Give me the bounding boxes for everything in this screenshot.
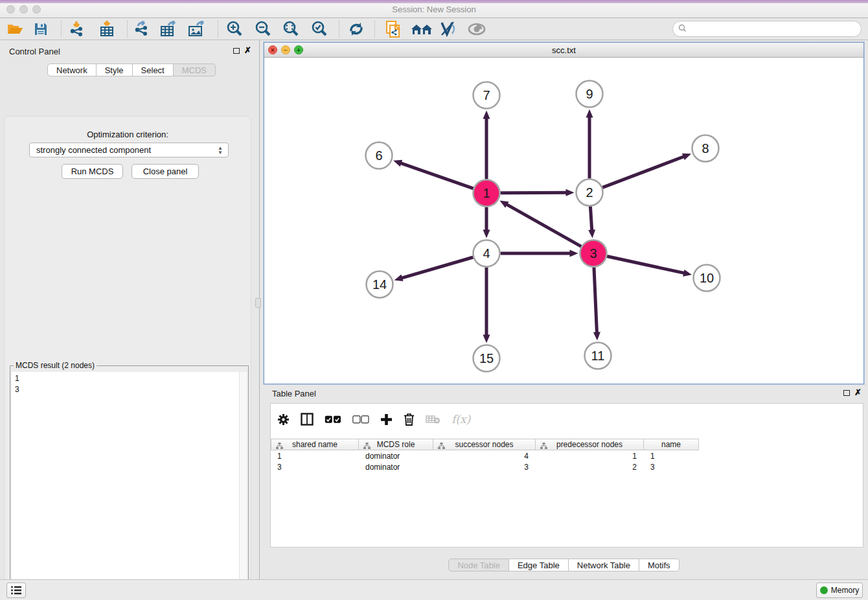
table-tab-edge-table[interactable]: Edge Table <box>509 559 569 571</box>
split-panel-icon[interactable] <box>301 413 314 426</box>
column-header-name[interactable]: name <box>644 439 699 450</box>
result-scrollbar[interactable] <box>239 372 247 600</box>
tab-mcds[interactable]: MCDS <box>174 63 216 76</box>
column-label: name <box>661 440 681 449</box>
cell-predecessor-nodes[interactable]: 1 <box>536 450 645 461</box>
table-tab-motifs[interactable]: Motifs <box>639 559 680 571</box>
edge-arrowhead <box>483 230 490 238</box>
apply-layout-icon[interactable] <box>347 20 366 38</box>
network-window-title: scc.txt <box>264 45 863 55</box>
memory-button[interactable]: Memory <box>816 583 863 598</box>
float-panel-icon[interactable] <box>233 48 240 54</box>
network-graph-canvas[interactable]: 7968124314101511 <box>264 58 863 384</box>
table-tab-network-table[interactable]: Network Table <box>569 559 639 571</box>
export-network-icon[interactable] <box>132 20 152 38</box>
column-label: predecessor nodes <box>556 440 622 449</box>
criterion-dropdown[interactable]: strongly connected component ▲▼ <box>29 143 229 157</box>
edge-arrowhead <box>393 160 402 167</box>
export-table-icon[interactable] <box>159 20 179 38</box>
zoom-out-icon[interactable] <box>253 20 273 38</box>
memory-status-dot <box>820 586 828 594</box>
table-float-icon[interactable] <box>843 390 850 396</box>
edge-3-11[interactable] <box>594 267 597 333</box>
apply-function-icon[interactable]: f(x) <box>451 413 470 426</box>
toolbar-separator <box>218 21 218 38</box>
edge-3-1[interactable] <box>506 204 581 247</box>
zoom-in-icon[interactable] <box>225 20 244 38</box>
table-close-icon[interactable]: ✗ <box>854 389 862 396</box>
node-label-4: 4 <box>483 246 490 260</box>
cell-successor-nodes[interactable]: 4 <box>434 450 536 461</box>
annotations-icon[interactable] <box>383 20 403 38</box>
column-type-icon <box>276 442 283 451</box>
import-network-icon[interactable] <box>67 20 87 38</box>
node-label-6: 6 <box>375 148 382 163</box>
status-bar: Memory <box>0 579 868 600</box>
hide-selected-icon[interactable] <box>439 20 458 38</box>
node-label-10: 10 <box>700 271 714 285</box>
column-header-predecessor-nodes[interactable]: predecessor nodes <box>536 439 644 450</box>
cell-shared-name[interactable]: 1 <box>271 450 360 461</box>
zoom-selected-icon[interactable] <box>310 20 329 38</box>
mcds-tab-content: Optimization criterion: strongly connect… <box>4 116 251 600</box>
cell-predecessor-nodes[interactable]: 2 <box>536 461 645 472</box>
cell-MCDS-role[interactable]: dominator <box>360 461 434 472</box>
close-panel-icon[interactable]: ✗ <box>244 47 251 54</box>
run-mcds-button[interactable]: Run MCDS <box>62 164 123 179</box>
list-icon <box>10 585 22 595</box>
table-panel-title: Table Panel <box>272 389 316 398</box>
edge-arrowhead <box>394 275 404 282</box>
column-type-icon <box>540 442 547 451</box>
toolbar-separator <box>374 21 375 38</box>
task-history-button[interactable] <box>6 583 26 598</box>
search-field[interactable] <box>672 21 862 37</box>
zoom-fit-icon[interactable] <box>281 20 301 38</box>
cell-successor-nodes[interactable]: 3 <box>434 461 536 472</box>
table-settings-icon[interactable] <box>277 413 290 426</box>
edge-3-10[interactable] <box>607 257 685 273</box>
tab-network[interactable]: Network <box>47 63 97 76</box>
cell-name[interactable]: 1 <box>645 450 700 461</box>
add-column-icon[interactable] <box>380 413 393 426</box>
table-header-row: shared nameMCDS rolesuccessor nodesprede… <box>271 439 699 450</box>
tab-style[interactable]: Style <box>97 63 133 76</box>
delete-table-icon[interactable] <box>426 415 440 424</box>
column-header-successor-nodes[interactable]: successor nodes <box>433 439 536 450</box>
deselect-all-columns-icon[interactable] <box>352 415 369 424</box>
main-titlebar: Session: New Session <box>0 0 868 18</box>
show-all-icon[interactable] <box>467 20 486 38</box>
close-panel-button[interactable]: Close panel <box>131 164 199 179</box>
edge-1-2[interactable] <box>500 192 567 193</box>
network-window-titlebar: × − + scc.txt <box>264 43 863 58</box>
edge-2-3[interactable] <box>590 206 591 231</box>
tab-select[interactable]: Select <box>133 63 174 76</box>
edge-1-6[interactable] <box>400 163 474 189</box>
column-header-MCDS-role[interactable]: MCDS role <box>359 439 433 450</box>
export-image-icon[interactable] <box>187 20 207 38</box>
save-session-icon[interactable] <box>31 20 51 38</box>
cell-shared-name[interactable]: 3 <box>271 461 360 472</box>
node-label-14: 14 <box>372 277 387 292</box>
column-label: MCDS role <box>377 440 415 449</box>
edge-2-8[interactable] <box>602 156 685 187</box>
search-input[interactable] <box>689 25 861 34</box>
reset-view-icon[interactable] <box>409 20 434 38</box>
select-all-columns-icon[interactable] <box>325 415 341 424</box>
delete-column-icon[interactable] <box>404 413 415 426</box>
mcds-result-text[interactable]: 1 3 <box>12 372 239 600</box>
table-row[interactable]: 3dominator323 <box>271 461 700 472</box>
node-label-15: 15 <box>479 351 494 365</box>
column-header-shared-name[interactable]: shared name <box>271 439 359 450</box>
cell-name[interactable]: 3 <box>645 461 700 472</box>
open-session-icon[interactable] <box>5 20 25 38</box>
edge-4-14[interactable] <box>401 257 473 278</box>
column-type-icon <box>363 442 371 451</box>
vertical-splitter-grip[interactable] <box>255 298 261 308</box>
import-table-icon[interactable] <box>97 20 117 38</box>
table-row[interactable]: 1dominator411 <box>271 450 700 461</box>
table-panel: Table Panel ✗ <box>260 384 868 579</box>
table-tab-node-table[interactable]: Node Table <box>448 559 509 571</box>
application-window: Session: New Session <box>0 0 868 600</box>
column-label: shared name <box>292 440 337 449</box>
cell-MCDS-role[interactable]: dominator <box>360 450 434 461</box>
